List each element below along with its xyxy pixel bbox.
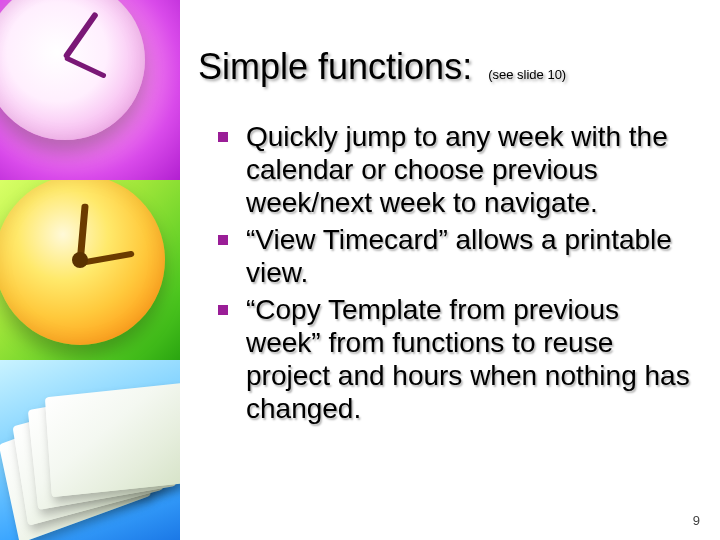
content-area: Simple functions: (see slide 10) Quickly… [198, 46, 696, 429]
bullet-list: Quickly jump to any week with the calend… [218, 120, 696, 425]
pink-clock-image [0, 0, 180, 180]
page-number: 9 [693, 513, 700, 528]
slide: Simple functions: (see slide 10) Quickly… [0, 0, 720, 540]
bullet-item: Quickly jump to any week with the calend… [218, 120, 696, 219]
bullet-item: “Copy Template from previous week” from … [218, 293, 696, 425]
slide-title: Simple functions: (see slide 10) [198, 46, 696, 88]
paper-stack-image [0, 360, 180, 540]
yellow-clock-image [0, 180, 180, 360]
decorative-sidebar [0, 0, 180, 540]
bullet-item: “View Timecard” allows a printable view. [218, 223, 696, 289]
title-subtitle: (see slide 10) [488, 67, 566, 82]
title-text: Simple functions: [198, 46, 472, 87]
